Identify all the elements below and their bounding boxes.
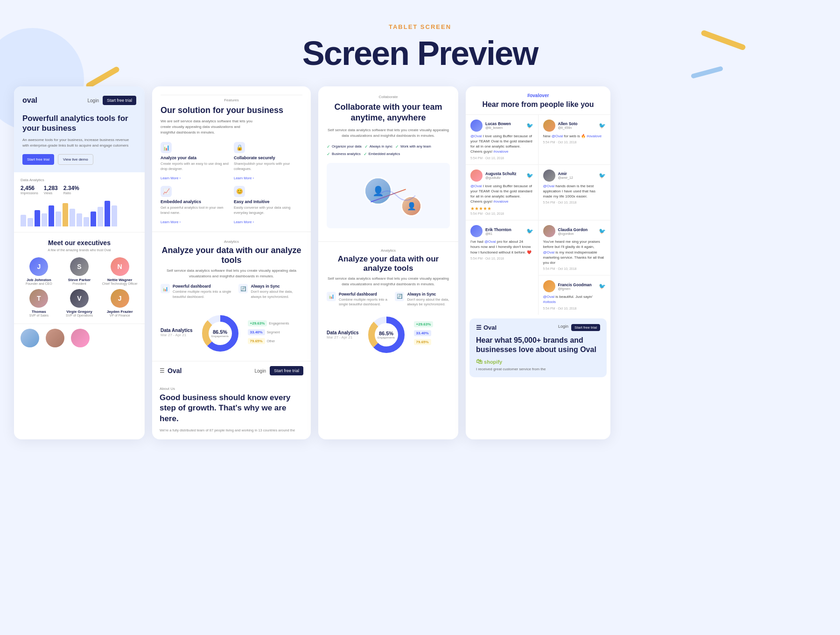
feature-title: Analyze your data <box>161 155 229 160</box>
donut-stat-row: 79.65% <box>414 339 450 345</box>
tweet-text: @Oval I love using Buffer because of you… <box>470 183 533 205</box>
oval-trial-btn[interactable]: Start free trial <box>571 324 600 331</box>
executives-sub: A few of the amazing brands who trust Ov… <box>21 248 138 252</box>
exec-name: Nettie Wagner <box>101 278 138 282</box>
tweet-name: Allen Soto <box>558 121 578 126</box>
twitter-icon: 🐦 <box>599 122 606 129</box>
tweet-column-right: Claudia Gordon @cgordion 🐦 You've heard … <box>539 220 611 314</box>
about-section: About Us Good business should know every… <box>152 380 311 439</box>
tweet-time: 5:54 PM · Oct 10, 2018 <box>470 257 533 260</box>
analytics-big-title: Analyze your data with our analyze tools <box>161 246 302 265</box>
twitter-icon: 🐦 <box>599 283 606 289</box>
analytics-stats-row: 2,456 Impressions 1,283 Views 2.34% Rati… <box>21 185 138 195</box>
tweet-avatar <box>543 280 555 292</box>
bottom-faces-row <box>14 324 145 353</box>
stat-impressions-label: Impressions <box>21 191 38 195</box>
features-grid: 📊 Analyze your data Create reports with … <box>161 142 302 225</box>
sync-icon-2: 🔄 <box>395 292 404 301</box>
chart-bar <box>21 215 26 226</box>
features-desc: We are self service data analytics softw… <box>161 119 254 135</box>
face-avatar <box>46 329 64 347</box>
exec-avatar: V <box>70 289 89 308</box>
shopify-label: shopify <box>484 359 502 365</box>
hero-demo-button[interactable]: View live demo <box>58 154 93 165</box>
collab-analytics-features: 📊 Powerful dashboard Combine multiple re… <box>327 292 450 307</box>
twitter-icon: 🐦 <box>599 228 606 234</box>
features-title: Our solution for your business <box>161 105 302 116</box>
feature-link[interactable]: Learn More › <box>234 220 254 224</box>
tweet-user-info: Francis Goodman @fgmen <box>543 280 592 292</box>
oval-login-btn[interactable]: Login <box>558 324 568 331</box>
feature-title: Embedded analytics <box>161 199 229 204</box>
center-panel: Features Our solution for your business … <box>152 86 311 439</box>
tweet-time: 5:54 PM · Oct 10, 2018 <box>543 307 606 310</box>
check-icon: ✓ <box>364 144 368 149</box>
feat-desc: Combine multiple reports into a single b… <box>339 297 387 307</box>
hero-login-button[interactable]: Login <box>88 98 99 103</box>
exec-role: Founder and CEO <box>21 282 57 285</box>
hero-trial-button[interactable]: Start free trial <box>103 96 136 105</box>
exec-role: Chief Technology Officer <box>101 282 138 285</box>
donut-percent: 86.5% <box>211 329 229 335</box>
tweet-user: Erik Thornton @tt1 <box>485 227 511 235</box>
hamburger-icon[interactable]: ☰ <box>160 367 165 374</box>
tweet-text: You've heard me sing your praises before… <box>543 239 606 265</box>
collab-feature-sync: 🔄 Always in Sync Don't worry about the d… <box>395 292 450 307</box>
feature-item-collaborate: 🔒 Collaborate securely Share/publish you… <box>234 142 302 181</box>
exec-avatar: S <box>70 257 89 276</box>
collab-chart-label: Data Analytics Mar 27 - Apr 21 <box>327 330 359 339</box>
stat-badge-yellow: 79.65% <box>248 338 265 344</box>
tag-label: Work with any team <box>400 144 431 148</box>
tweet-header: Augusta Schultz @gustiultz 🐦 <box>470 169 533 182</box>
stat-impressions: 2,456 Impressions <box>21 185 38 195</box>
analytics-feature-dashboard: 📊 Powerful dashboard Combine multiple re… <box>161 284 231 299</box>
dashboard-icon-2: 📊 <box>327 292 336 301</box>
stat-ratio-label: Ratio <box>63 191 79 195</box>
feat-desc: Don't worry about the data, always be sy… <box>407 297 450 307</box>
analytics-feat-content: Powerful dashboard Combine multiple repo… <box>173 284 231 299</box>
exec-name: Thomas <box>21 310 57 314</box>
tag-label: Business analytics <box>332 152 361 156</box>
tweet-user: Augusta Schultz @gustiultz <box>485 171 517 179</box>
center-bottom-nav: ☰ Oval Login Start free trial <box>152 361 311 380</box>
feature-link[interactable]: Learn More › <box>161 176 181 180</box>
tweet-avatar <box>543 169 555 182</box>
twitter-icon: 🐦 <box>526 172 533 179</box>
oval-branded-section: ☰ Oval Login Start free trial Hear what … <box>469 318 607 378</box>
tweet-time: 5:54 PM · Oct 10, 2018 <box>543 201 606 204</box>
feature-link[interactable]: Learn More › <box>234 176 254 180</box>
tweet-avatar <box>543 120 555 132</box>
hero-buttons: Start free trial View live demo <box>22 154 136 165</box>
tweet-user-info: Erik Thornton @tt1 <box>470 225 511 237</box>
page-title: Screen Preview <box>0 34 840 72</box>
embedded-icon: 📈 <box>161 186 172 197</box>
collab-donut-chart: 86.5% Engagements <box>365 314 407 356</box>
hero-title: Powerfull analytics tools for your busin… <box>22 113 136 134</box>
bottom-trial-button[interactable]: Start free trial <box>270 366 303 375</box>
check-icon: ✓ <box>327 144 330 149</box>
stat-views-label: Views <box>44 191 58 195</box>
feature-link[interactable]: Learn More › <box>161 220 181 224</box>
tweet-name: Erik Thornton <box>485 227 511 232</box>
collaborate-section: Collaborate Collaborate with your team a… <box>318 86 458 241</box>
tweet-header: Francis Goodman @fgmen 🐦 <box>543 280 606 292</box>
analytics-big-desc: Self service data analytics software tha… <box>161 268 302 279</box>
exec-avatar: J <box>29 257 48 276</box>
shopify-icon: 🛍 <box>476 358 483 365</box>
hero-start-button[interactable]: Start free trial <box>22 154 54 165</box>
tweet-handle: @gustiultz <box>485 176 517 179</box>
feature-desc: Get a powerful analytics tool in your ow… <box>161 205 229 215</box>
bottom-login-button[interactable]: Login <box>255 368 266 374</box>
exec-avatar: N <box>111 257 129 276</box>
collab-desc: Self service data analytics software tha… <box>327 127 450 139</box>
analytics-features-row: 📊 Powerful dashboard Combine multiple re… <box>161 284 302 299</box>
collab-donut-area: Data Analytics Mar 27 - Apr 21 86.5% Eng… <box>327 314 450 356</box>
collab-chart-title: Data Analytics <box>327 330 359 335</box>
easy-icon: 😊 <box>234 186 245 197</box>
feature-title: Collaborate securely <box>234 155 302 160</box>
collab-visual: 👤 👤 <box>327 163 450 228</box>
exec-item: J Job Johnston Founder and CEO <box>21 257 57 285</box>
oval-branded-nav: ☰ Oval Login Start free trial <box>476 324 600 331</box>
tweet-card: Lucas Bowen @lb_bowen 🐦 @Oval I love usi… <box>466 115 538 164</box>
tag-label: Always in sync <box>370 144 392 148</box>
